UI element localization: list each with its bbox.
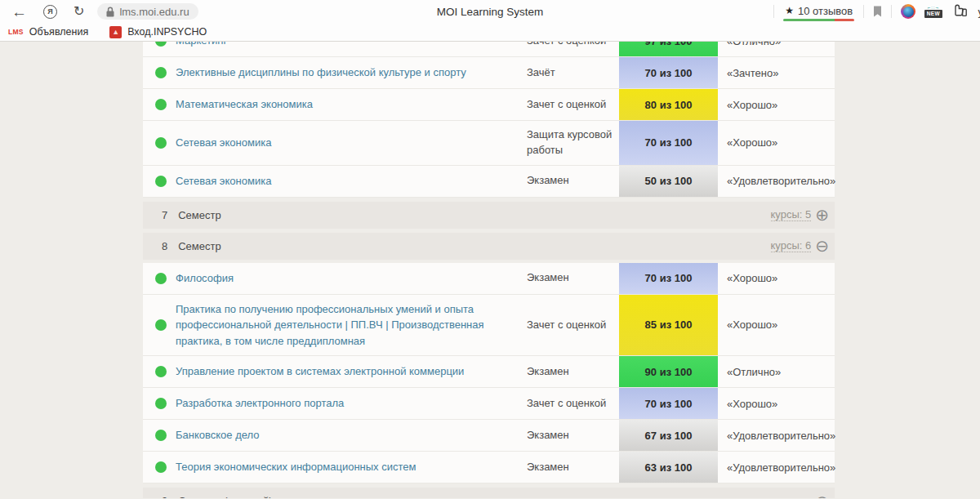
grade-text: «Хорошо» <box>718 99 835 111</box>
status-dot-icon <box>155 42 167 47</box>
exam-type-text: Зачёт <box>527 59 619 87</box>
exam-type-text: Экзамен <box>527 358 619 386</box>
exam-type-text: Зачет с оценкой <box>527 311 619 340</box>
grade-text: «Зачтено» <box>718 67 835 79</box>
collapse-minus-icon[interactable]: ⊖ <box>815 238 829 254</box>
grade-text: «Отлично» <box>718 366 835 378</box>
reviews-count: 10 отзывов <box>798 5 853 17</box>
grade-text: «Хорошо» <box>718 398 835 410</box>
reactions-extension-icon[interactable] <box>951 4 969 19</box>
exam-type-text: Зачет с оценкой <box>527 91 619 119</box>
reviews-rating[interactable]: ★ 10 отзывов <box>783 5 854 19</box>
status-dot-icon <box>155 137 167 149</box>
lock-icon <box>106 7 114 17</box>
grade-text: «Отлично» <box>718 42 835 47</box>
course-link[interactable]: Разработка электронного портала <box>176 389 527 418</box>
status-dot-icon <box>155 430 167 441</box>
refresh-icon[interactable]: ↻ <box>74 5 84 18</box>
score-cell: 70 из 100 <box>619 57 718 88</box>
page-content: МаркетингЗачет с оценкой97 из 100«Отличн… <box>0 42 980 498</box>
browser-toolbar: ← Я ↻ lms.moi.edu.ru MOI Learning System… <box>0 0 980 23</box>
exam-type-text: Зачет с оценкой <box>527 390 619 418</box>
semester-label: Семестр (текущий) <box>178 495 272 498</box>
score-cell: 90 из 100 <box>619 356 718 387</box>
course-row: Сетевая экономикаЭкзамен50 из 100«Удовле… <box>143 166 835 198</box>
semester-row: 9Семестр (текущий)курсы:⊕ <box>143 488 835 498</box>
score-cell: 97 из 100 <box>619 42 718 56</box>
back-icon[interactable]: ← <box>11 4 27 20</box>
grade-text: «Хорошо» <box>718 319 835 331</box>
status-dot-icon <box>155 99 167 110</box>
courses-count-link[interactable]: курсы: 5 <box>771 208 812 221</box>
course-link[interactable]: Философия <box>176 264 527 293</box>
browser-orb-extension-icon[interactable] <box>901 4 915 19</box>
semester-number: 9 <box>162 495 167 498</box>
grade-text: «Хорошо» <box>718 272 835 284</box>
course-link[interactable]: Маркетинг <box>176 42 527 56</box>
divider <box>891 5 892 18</box>
course-link[interactable]: Практика по получению профессиональных у… <box>176 295 527 356</box>
status-dot-icon <box>155 366 167 377</box>
course-row: Банковское делоЭкзамен67 из 100«Удовлетв… <box>143 420 835 452</box>
course-link[interactable]: Банковское дело <box>176 421 527 450</box>
grade-text: «Удовлетворительно» <box>718 175 835 187</box>
address-bar[interactable]: lms.moi.edu.ru <box>97 3 198 20</box>
bookmark-item-inpsycho[interactable]: ▲ Вход.INPSYCHO <box>109 26 207 38</box>
status-dot-icon <box>155 398 167 409</box>
courses-count-link[interactable]: курсы: <box>779 495 811 498</box>
semester-label: Семестр <box>178 209 220 221</box>
course-row: Сетевая экономикаЗащита курсовой работы7… <box>143 121 835 166</box>
score-cell: 50 из 100 <box>619 166 718 197</box>
course-link[interactable]: Сетевая экономика <box>176 167 527 196</box>
score-cell: 70 из 100 <box>619 388 718 419</box>
expand-plus-icon[interactable]: ⊕ <box>815 207 829 223</box>
semester-row: 7Семестркурсы: 5⊕ <box>143 202 835 229</box>
toolbar-right-cluster: ★ 10 отзывов ⌐::¬ NEW у <box>773 0 977 23</box>
new-extension-icon[interactable]: ⌐::¬ NEW <box>924 5 942 18</box>
score-cell: 70 из 100 <box>619 121 718 165</box>
status-dot-icon <box>155 319 167 331</box>
exam-type-text: Экзамен <box>527 264 619 292</box>
bookmark-item-announcements[interactable]: LMS Объявления <box>8 26 88 38</box>
grade-text: «Хорошо» <box>718 136 835 149</box>
course-row: Математическая экономикаЗачет с оценкой8… <box>143 89 835 121</box>
course-row: Теория экономических информационных сист… <box>143 452 835 483</box>
course-link[interactable]: Теория экономических информационных сист… <box>176 452 527 482</box>
divider <box>773 5 774 18</box>
grade-text: «Удовлетворительно» <box>718 430 835 442</box>
status-dot-icon <box>155 461 167 473</box>
url-text: lms.moi.edu.ru <box>119 6 189 18</box>
lms-favicon: LMS <box>8 28 24 36</box>
score-cell: 67 из 100 <box>619 420 718 451</box>
course-link[interactable]: Элективные дисциплины по физической куль… <box>176 58 527 87</box>
exam-type-text: Защита курсовой работы <box>527 121 619 165</box>
yandex-search-icon[interactable]: Я <box>43 5 57 19</box>
course-row: Практика по получению профессиональных у… <box>143 295 835 357</box>
status-dot-icon <box>155 176 167 187</box>
courses-count-link[interactable]: курсы: 6 <box>771 239 812 252</box>
score-cell: 70 из 100 <box>619 263 718 294</box>
course-row: МаркетингЗачет с оценкой97 из 100«Отличн… <box>143 42 835 57</box>
exam-type-text: Зачет с оценкой <box>527 42 619 55</box>
inpsycho-favicon: ▲ <box>109 26 122 38</box>
course-row: ФилософияЭкзамен70 из 100«Хорошо» <box>143 263 835 295</box>
semester-number: 8 <box>162 240 167 252</box>
course-row: Управление проектом в системах электронн… <box>143 356 835 388</box>
course-link[interactable]: Управление проектом в системах электронн… <box>176 357 527 386</box>
semester-row: 8Семестркурсы: 6⊖ <box>143 233 835 260</box>
grades-table: МаркетингЗачет с оценкой97 из 100«Отличн… <box>143 42 835 498</box>
bookmarks-bar: LMS Объявления ▲ Вход.INPSYCHO <box>0 23 980 42</box>
semester-label: Семестр <box>178 240 220 252</box>
expand-plus-icon[interactable]: ⊕ <box>815 493 829 498</box>
course-link[interactable]: Сетевая экономика <box>176 128 527 158</box>
course-link[interactable]: Математическая экономика <box>176 90 527 119</box>
exam-type-text: Экзамен <box>527 453 619 482</box>
bookmark-flag-icon[interactable] <box>873 6 882 17</box>
status-dot-icon <box>155 67 167 78</box>
exam-type-text: Экзамен <box>527 421 619 450</box>
star-icon: ★ <box>785 5 794 16</box>
page-title: MOI Learning System <box>437 6 544 18</box>
status-dot-icon <box>155 273 167 284</box>
score-cell: 63 из 100 <box>619 452 718 483</box>
course-row: Разработка электронного порталаЗачет с о… <box>143 388 835 420</box>
